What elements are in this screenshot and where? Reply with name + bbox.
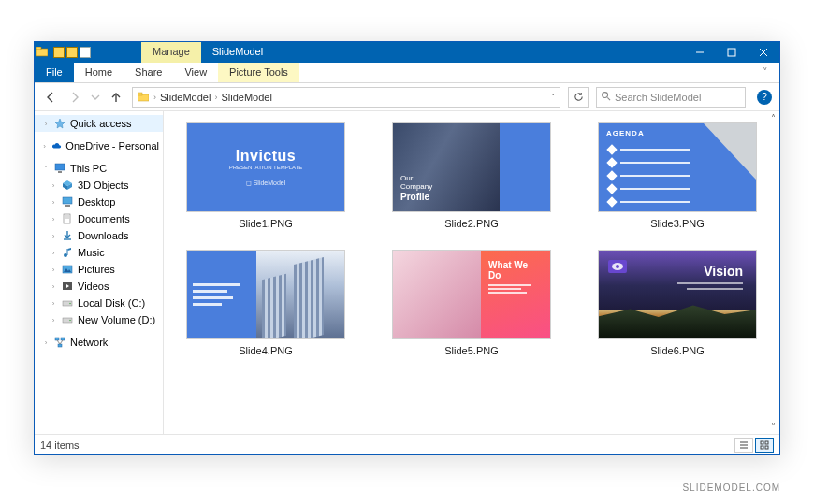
- nav-documents[interactable]: ›Documents: [35, 210, 163, 227]
- close-button[interactable]: [748, 42, 779, 63]
- title-bar: Manage SlideModel: [35, 42, 779, 63]
- chevron-right-icon[interactable]: ›: [42, 142, 47, 151]
- nav-desktop[interactable]: ›Desktop: [35, 194, 163, 210]
- pictures-icon: [61, 264, 74, 275]
- content-pane[interactable]: ˄ ˅ Invictus PRESENTATION TEMPLATE ◻ Sli…: [164, 111, 779, 434]
- file-item[interactable]: AGENDA Slide3.PNG: [587, 122, 768, 229]
- nav-3d-objects[interactable]: ›3D Objects: [35, 177, 163, 194]
- tab-picture-tools[interactable]: Picture Tools: [218, 63, 299, 82]
- address-bar[interactable]: › SlideModel › SlideModel ˅: [132, 87, 560, 108]
- cloud-icon: [51, 140, 62, 151]
- scroll-down-icon[interactable]: ˅: [771, 422, 776, 432]
- svg-rect-25: [67, 249, 68, 255]
- nav-label: Downloads: [78, 230, 128, 241]
- tab-view[interactable]: View: [173, 63, 218, 82]
- nav-network[interactable]: › Network: [35, 334, 163, 351]
- svg-rect-35: [61, 338, 65, 340]
- music-icon: [61, 247, 74, 258]
- nav-new-volume-d[interactable]: ›New Volume (D:): [35, 311, 163, 328]
- svg-rect-12: [55, 164, 65, 170]
- tab-home[interactable]: Home: [74, 63, 124, 82]
- ribbon-collapse-icon[interactable]: ˅: [751, 63, 779, 82]
- nav-downloads[interactable]: ›Downloads: [35, 227, 163, 244]
- star-icon: [53, 118, 66, 129]
- chevron-right-icon[interactable]: ›: [153, 93, 156, 102]
- qat: [35, 42, 94, 63]
- chevron-right-icon[interactable]: ›: [42, 338, 50, 347]
- file-item[interactable]: Vision Slide6.PNG: [587, 250, 768, 356]
- address-dropdown-icon[interactable]: ˅: [551, 93, 556, 102]
- file-item[interactable]: OurCompanyProfile Slide2.PNG: [381, 122, 562, 229]
- svg-point-9: [603, 93, 608, 98]
- nav-pictures[interactable]: ›Pictures: [35, 261, 163, 278]
- file-name: Slide3.PNG: [650, 218, 704, 229]
- nav-quick-access[interactable]: › Quick access: [35, 115, 163, 132]
- back-button[interactable]: [42, 89, 59, 106]
- thumbnails-view-button[interactable]: [755, 438, 774, 453]
- thumbnail: OurCompanyProfile: [392, 122, 551, 212]
- qat-btn[interactable]: [66, 47, 78, 58]
- thumbnail: AGENDA: [598, 122, 757, 212]
- thumbnail: Vision: [598, 250, 757, 339]
- nav-videos[interactable]: ›Videos: [35, 278, 163, 295]
- svg-rect-34: [55, 338, 59, 340]
- breadcrumb-segment[interactable]: SlideModel: [160, 92, 211, 103]
- nav-label: Music: [78, 247, 105, 258]
- nav-label: Pictures: [78, 264, 115, 275]
- chevron-right-icon[interactable]: ›: [42, 120, 50, 128]
- search-box[interactable]: [596, 87, 746, 108]
- forward-button[interactable]: [66, 89, 83, 106]
- navigation-pane: › Quick access › OneDrive - Personal ˅ T…: [35, 111, 164, 434]
- chevron-right-icon[interactable]: ›: [214, 93, 217, 102]
- pc-icon: [53, 163, 66, 174]
- file-name: Slide6.PNG: [650, 345, 704, 356]
- nav-label: Network: [70, 337, 108, 348]
- svg-rect-3: [728, 49, 735, 56]
- svg-line-37: [57, 340, 60, 344]
- folder-icon: [137, 92, 150, 103]
- nav-label: Documents: [78, 213, 130, 224]
- svg-rect-36: [58, 344, 62, 347]
- up-button[interactable]: [108, 89, 124, 106]
- nav-label: Local Disk (C:): [78, 297, 145, 309]
- navigation-row: › SlideModel › SlideModel ˅ ?: [35, 83, 779, 111]
- scroll-up-icon[interactable]: ˄: [771, 113, 776, 123]
- nav-music[interactable]: ›Music: [35, 244, 163, 261]
- minimize-button[interactable]: [684, 42, 716, 63]
- qat-btn[interactable]: [80, 47, 91, 58]
- documents-icon: [61, 213, 74, 224]
- svg-rect-45: [765, 446, 768, 449]
- chevron-down-icon[interactable]: ˅: [42, 165, 50, 173]
- cube-icon: [61, 180, 74, 191]
- help-button[interactable]: ?: [757, 90, 772, 105]
- file-item[interactable]: Invictus PRESENTATION TEMPLATE ◻ SlideMo…: [175, 122, 356, 229]
- svg-line-38: [60, 340, 63, 344]
- svg-rect-13: [58, 171, 62, 173]
- svg-rect-43: [765, 441, 768, 444]
- nav-this-pc[interactable]: ˅ This PC: [35, 160, 163, 177]
- svg-rect-19: [64, 214, 70, 223]
- svg-line-10: [607, 97, 610, 100]
- download-icon: [61, 230, 74, 241]
- app-icon: [35, 47, 50, 58]
- svg-rect-8: [138, 93, 142, 95]
- breadcrumb-segment[interactable]: SlideModel: [221, 92, 271, 103]
- nav-label: This PC: [70, 163, 107, 174]
- nav-label: 3D Objects: [78, 180, 128, 191]
- item-count: 14 items: [40, 439, 80, 451]
- file-tab[interactable]: File: [35, 63, 74, 82]
- contextual-tab-group: Manage: [141, 42, 201, 63]
- tab-share[interactable]: Share: [124, 63, 173, 82]
- window-title: SlideModel: [201, 42, 272, 63]
- details-view-button[interactable]: [734, 438, 753, 453]
- file-item[interactable]: Slide4.PNG: [175, 250, 356, 356]
- qat-btn[interactable]: [53, 47, 65, 58]
- search-input[interactable]: [615, 92, 741, 103]
- maximize-button[interactable]: [716, 42, 748, 63]
- recent-dropdown-icon[interactable]: [91, 89, 100, 106]
- nav-local-disk-c[interactable]: ›Local Disk (C:): [35, 295, 163, 311]
- file-item[interactable]: What We Do Slide5.PNG: [381, 250, 562, 356]
- ribbon-tabs: File Home Share View Picture Tools ˅: [35, 63, 779, 83]
- refresh-button[interactable]: [568, 87, 589, 108]
- nav-onedrive[interactable]: › OneDrive - Personal: [35, 137, 163, 154]
